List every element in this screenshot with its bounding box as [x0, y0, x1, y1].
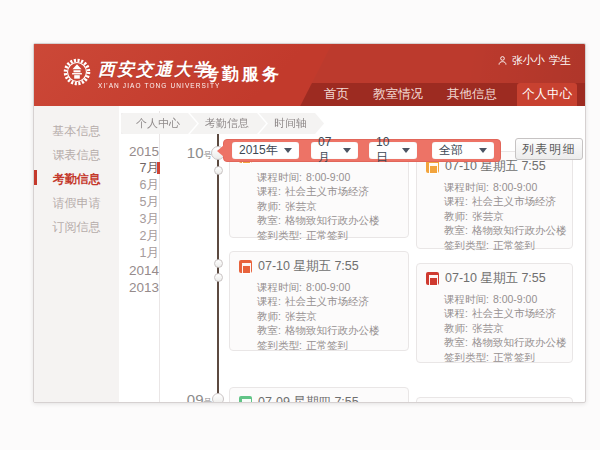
attendance-card	[416, 397, 573, 403]
timeline-node-small	[214, 273, 223, 282]
card-date-title: 07-10 星期五 7:55	[258, 258, 359, 275]
date-nav-may[interactable]: 5月	[118, 194, 159, 211]
signin-type-icon	[239, 260, 252, 273]
sidebar-item-attendance-active[interactable]: 考勤信息	[34, 167, 119, 191]
sidebar-active-indicator	[34, 170, 37, 185]
date-nav-2015[interactable]: 2015	[118, 143, 159, 160]
breadcrumb-personal-center[interactable]: 个人中心	[121, 113, 197, 134]
timeline-day-10: 10号	[172, 144, 212, 162]
signin-type-icon	[239, 396, 252, 403]
type-dropdown[interactable]: 全部	[432, 142, 494, 159]
current-month-tick	[157, 162, 160, 174]
date-nav-2014[interactable]: 2014	[118, 262, 159, 279]
nav-item-home[interactable]: 首页	[324, 83, 349, 106]
attendance-card: 07-10 星期五 7:55 课程时间:8:00-9:00 课程:社会主义市场经…	[229, 251, 409, 351]
timeline-day-09: 09号	[172, 391, 212, 403]
date-nav-divider	[159, 111, 160, 402]
app-title: 考勤服务	[202, 63, 282, 86]
date-nav-july-current[interactable]: 7月	[118, 160, 159, 177]
user-icon	[497, 55, 508, 66]
date-nav-march[interactable]: 3月	[118, 211, 159, 228]
sidebar-item-basic-info[interactable]: 基本信息	[34, 119, 119, 143]
app-header: 西安交通大学 XI'AN JIAO TONG UNIVERSITY 考勤服务 张…	[34, 44, 585, 106]
user-role: 学生	[549, 53, 571, 68]
sidebar-item-timetable[interactable]: 课表信息	[34, 143, 119, 167]
attendance-card: 07-10 星期五 7:55 课程时间:8:00-9:00 课程:社会主义市场经…	[416, 263, 573, 363]
timeline-node-small	[214, 259, 223, 268]
card-date-title: 07-10 星期五 7:55	[445, 270, 546, 287]
sidebar-item-subscription[interactable]: 订阅信息	[34, 215, 119, 239]
sidebar-menu: 基本信息 课表信息 考勤信息 请假申请 订阅信息	[34, 119, 119, 239]
sidebar: 基本信息 课表信息 考勤信息 请假申请 订阅信息	[34, 106, 119, 402]
main-nav: 首页 教室情况 其他信息 个人中心	[312, 83, 577, 106]
chevron-down-icon	[284, 148, 292, 153]
app-window: 西安交通大学 XI'AN JIAO TONG UNIVERSITY 考勤服务 张…	[33, 43, 586, 403]
year-dropdown[interactable]: 2015年	[232, 142, 299, 159]
breadcrumb-attendance-info[interactable]: 考勤信息	[190, 113, 266, 134]
signin-type-icon	[426, 272, 439, 285]
timeline-node-small	[214, 166, 223, 175]
date-nav-june[interactable]: 6月	[118, 177, 159, 194]
sidebar-item-leave-request[interactable]: 请假申请	[34, 191, 119, 215]
chevron-down-icon	[343, 148, 351, 153]
university-logo-icon	[63, 58, 91, 86]
date-nav: 2015 7月 6月 5月 3月 2月 1月 2014 2013	[118, 143, 159, 296]
chevron-down-icon	[479, 148, 487, 153]
list-detail-button[interactable]: 列表明细	[515, 138, 583, 160]
attendance-card: 07-09 星期四 7:55	[229, 387, 409, 403]
screen: 西安交通大学 XI'AN JIAO TONG UNIVERSITY 考勤服务 张…	[0, 0, 600, 450]
filter-bar: 2015年 07月 10日 全部	[223, 139, 501, 162]
date-nav-2013[interactable]: 2013	[118, 279, 159, 296]
chevron-down-icon	[402, 148, 410, 153]
attendance-card: 07-10 星期五 7:55 课程时间:8:00-9:00 课程:社会主义市场经…	[416, 151, 573, 249]
breadcrumb-timeline[interactable]: 时间轴	[259, 113, 324, 134]
nav-item-classrooms[interactable]: 教室情况	[373, 83, 423, 106]
user-name: 张小小	[512, 53, 545, 68]
day-dropdown[interactable]: 10日	[369, 142, 417, 159]
card-date-title: 07-09 星期四 7:55	[258, 394, 359, 403]
breadcrumb: 个人中心 考勤信息 时间轴	[121, 113, 324, 134]
month-dropdown[interactable]: 07月	[311, 142, 358, 159]
nav-item-other-info[interactable]: 其他信息	[447, 83, 497, 106]
user-account[interactable]: 张小小 学生	[497, 53, 571, 68]
timeline-node-large	[212, 393, 224, 403]
nav-tab-personal-center-active[interactable]: 个人中心	[517, 83, 577, 106]
date-nav-february[interactable]: 2月	[118, 228, 159, 245]
date-nav-january[interactable]: 1月	[118, 245, 159, 262]
